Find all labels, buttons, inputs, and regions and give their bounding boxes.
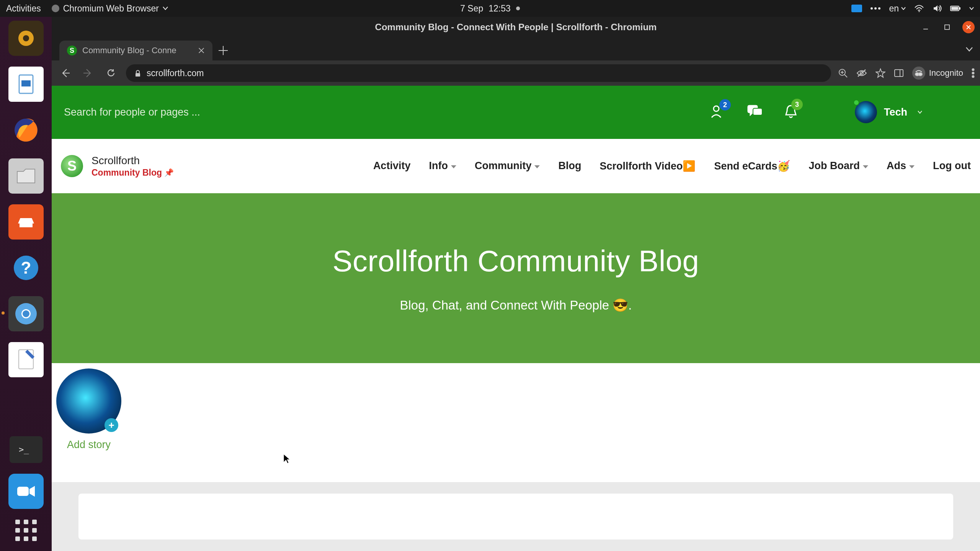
feed-area: [52, 482, 980, 551]
dock-show-applications[interactable]: [15, 520, 37, 541]
nav-info[interactable]: Info: [429, 160, 456, 172]
address-bar[interactable]: scrollforth.com: [126, 64, 831, 82]
svg-point-28: [972, 76, 974, 78]
clock[interactable]: 7 Sep 12:53: [460, 3, 520, 14]
zoom-tray-icon[interactable]: [851, 5, 862, 12]
notifications-button[interactable]: 3: [784, 104, 797, 120]
notifications-badge: 3: [791, 99, 803, 110]
chevron-down-icon: [451, 165, 456, 168]
dock-ubuntu-software[interactable]: [8, 204, 44, 240]
app-menu[interactable]: Chromium Web Browser: [52, 3, 168, 14]
favicon-icon: S: [67, 46, 77, 55]
svg-text:>_: >_: [19, 445, 29, 454]
dock-files[interactable]: [8, 158, 44, 194]
dock-libreoffice-writer[interactable]: [8, 67, 44, 102]
svg-point-14: [23, 310, 29, 317]
new-tab-button[interactable]: [219, 46, 228, 55]
dock-chromium[interactable]: [8, 296, 44, 331]
side-panel-icon[interactable]: [894, 69, 904, 77]
nav-blog[interactable]: Blog: [558, 160, 581, 172]
gnome-topbar: Activities Chromium Web Browser 7 Sep 12…: [0, 0, 980, 17]
user-menu-chevron-icon: [917, 110, 923, 114]
back-button[interactable]: [57, 65, 73, 81]
window-title: Community Blog - Connect With People | S…: [375, 22, 657, 33]
user-menu[interactable]: Tech: [855, 101, 923, 123]
chrome-menu-button[interactable]: [972, 68, 975, 78]
nav-video[interactable]: Scrollforth Video▶️: [599, 160, 696, 172]
browser-tab[interactable]: S Community Blog - Conne: [59, 41, 212, 60]
incognito-label: Incognito: [929, 68, 963, 78]
bookmark-star-icon[interactable]: [875, 68, 885, 78]
volume-icon[interactable]: [933, 4, 942, 13]
tab-title: Community Blog - Conne: [82, 46, 176, 55]
plus-icon: +: [105, 418, 118, 432]
tracking-icon[interactable]: [856, 69, 867, 77]
battery-icon[interactable]: [950, 5, 961, 12]
reload-button[interactable]: [103, 65, 119, 81]
dock-zoom[interactable]: [8, 474, 44, 509]
brand-logo-icon: S: [61, 155, 83, 177]
date-label: 7 Sep: [460, 3, 483, 14]
site-brand[interactable]: S Scrollforth Community Blog 📌: [61, 154, 174, 178]
hero-tagline: Blog, Chat, and Connect With People 😎.: [400, 298, 632, 313]
story-avatar: +: [56, 368, 121, 434]
tab-close-button[interactable]: [198, 47, 205, 54]
nav-job-board[interactable]: Job Board: [809, 160, 869, 172]
window-minimize-button[interactable]: [920, 21, 932, 33]
dock-help[interactable]: ?: [8, 250, 44, 285]
messages-button[interactable]: [747, 104, 763, 120]
nav-activity[interactable]: Activity: [373, 160, 411, 172]
nav-logout[interactable]: Log out: [933, 160, 971, 172]
friend-requests-button[interactable]: 2: [710, 104, 725, 120]
svg-point-5: [23, 35, 29, 41]
dock-text-editor[interactable]: [8, 342, 44, 377]
tab-strip: S Community Blog - Conne: [52, 37, 980, 60]
browser-toolbar: scrollforth.com Incognito: [52, 60, 980, 86]
indicator-more-icon[interactable]: [871, 7, 880, 10]
window-maximize-button[interactable]: [941, 21, 953, 33]
tab-search-button[interactable]: [965, 47, 973, 54]
chevron-down-icon: [863, 165, 868, 168]
nav-community[interactable]: Community: [475, 160, 540, 172]
svg-rect-23: [895, 70, 903, 77]
svg-rect-9: [20, 223, 33, 227]
site-header: 2 3 Tech: [52, 86, 980, 139]
activities-button[interactable]: Activities: [6, 3, 41, 14]
incognito-icon: [912, 67, 925, 80]
wifi-icon[interactable]: [914, 5, 924, 12]
forward-button: [80, 65, 96, 81]
svg-rect-19: [945, 25, 949, 29]
friends-badge: 2: [719, 99, 731, 111]
svg-rect-31: [753, 108, 762, 115]
user-avatar: [855, 101, 877, 123]
brand-subtitle: Community Blog 📌: [91, 167, 174, 178]
input-language[interactable]: en: [889, 3, 906, 14]
add-story[interactable]: + Add story: [56, 368, 121, 451]
window-titlebar: Community Blog - Connect With People | S…: [52, 17, 980, 37]
chrome-window: Community Blog - Connect With People | S…: [52, 17, 980, 551]
dock-terminal[interactable]: >_: [10, 436, 42, 463]
web-page: 2 3 Tech S Scrollforth: [52, 86, 980, 551]
notification-dot-icon: [516, 7, 520, 10]
app-menu-label: Chromium Web Browser: [63, 3, 159, 14]
svg-rect-7: [21, 80, 31, 86]
brand-name: Scrollforth: [91, 154, 174, 167]
svg-rect-2: [951, 7, 958, 10]
avatar-status-dot-icon: [853, 99, 859, 106]
profile-incognito[interactable]: Incognito: [912, 67, 963, 80]
system-menu-chevron-icon[interactable]: [969, 7, 974, 10]
svg-text:?: ?: [21, 258, 31, 277]
nav-ecards[interactable]: Send eCards🥳: [714, 160, 790, 172]
svg-point-0: [919, 11, 920, 12]
user-name: Tech: [884, 106, 907, 118]
post-composer[interactable]: [78, 494, 953, 540]
zoom-icon[interactable]: [838, 68, 848, 78]
svg-rect-20: [136, 73, 140, 77]
window-close-button[interactable]: [962, 21, 975, 33]
dock-firefox[interactable]: [8, 112, 44, 148]
dock-rhythmbox[interactable]: [8, 21, 44, 56]
nav-ads[interactable]: Ads: [887, 160, 915, 172]
svg-rect-18: [17, 487, 29, 496]
dock: ? >_: [0, 17, 52, 551]
search-input[interactable]: [63, 106, 262, 119]
